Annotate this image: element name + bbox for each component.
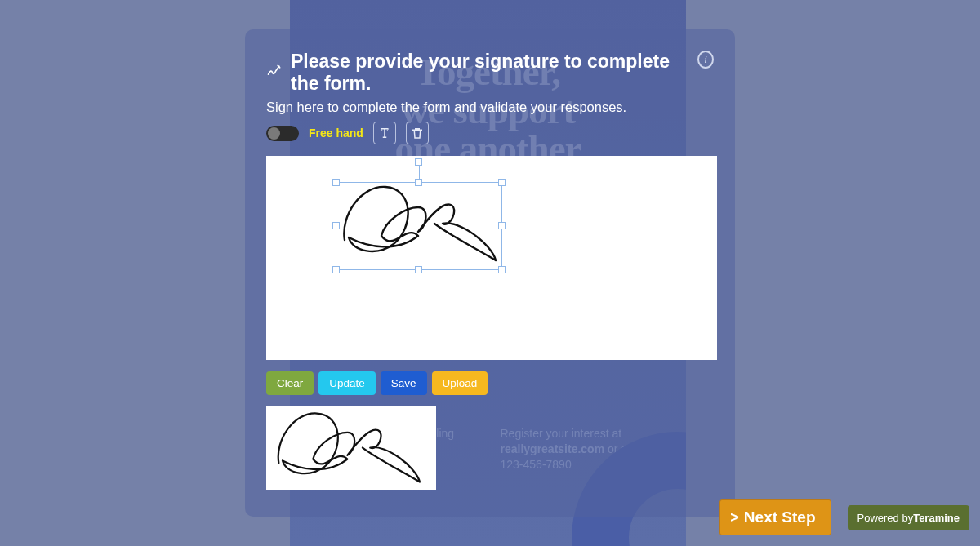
info-icon[interactable]: i — [697, 51, 714, 69]
signature-canvas[interactable] — [266, 156, 717, 360]
powered-by-badge[interactable]: Powered byTeramine — [848, 505, 970, 530]
signature-icon — [266, 62, 283, 84]
text-tool-button[interactable] — [373, 122, 396, 144]
modal-title: Please provide your signature to complet… — [291, 51, 697, 95]
upload-button[interactable]: Upload — [432, 371, 488, 395]
freehand-toggle[interactable] — [266, 126, 299, 141]
modal-subtitle: Sign here to complete the form and valid… — [266, 100, 714, 115]
resize-handle-s[interactable] — [415, 266, 422, 273]
delete-tool-button[interactable] — [406, 122, 429, 144]
resize-handle-e[interactable] — [498, 222, 506, 229]
signature-preview — [266, 406, 436, 490]
resize-handle-ne[interactable] — [498, 179, 506, 186]
save-button[interactable]: Save — [381, 371, 427, 395]
action-buttons: Clear Update Save Upload — [266, 371, 714, 395]
modal-title-row: Please provide your signature to complet… — [266, 51, 697, 95]
chevron-right-icon: > — [730, 509, 739, 526]
signature-modal: Please provide your signature to complet… — [245, 29, 735, 517]
tool-row: Free hand — [266, 122, 714, 144]
resize-handle-nw[interactable] — [332, 179, 340, 186]
freehand-label: Free hand — [309, 127, 363, 140]
rotate-handle[interactable] — [415, 158, 422, 166]
next-step-label: Next Step — [744, 508, 816, 526]
resize-handle-n[interactable] — [415, 179, 422, 186]
toggle-knob — [268, 127, 280, 140]
resize-handle-se[interactable] — [498, 266, 506, 273]
selection-box[interactable] — [336, 182, 502, 270]
next-step-button[interactable]: > Next Step — [719, 499, 831, 535]
modal-header: Please provide your signature to complet… — [266, 51, 714, 95]
powered-brand: Teramine — [913, 512, 960, 524]
resize-handle-w[interactable] — [332, 222, 340, 229]
resize-handle-sw[interactable] — [332, 266, 340, 273]
update-button[interactable]: Update — [318, 371, 376, 395]
signature-preview-stroke — [270, 408, 433, 488]
clear-button[interactable]: Clear — [266, 371, 314, 395]
powered-prefix: Powered by — [858, 512, 914, 524]
bottom-bar: > Next Step Powered byTeramine — [719, 499, 969, 535]
